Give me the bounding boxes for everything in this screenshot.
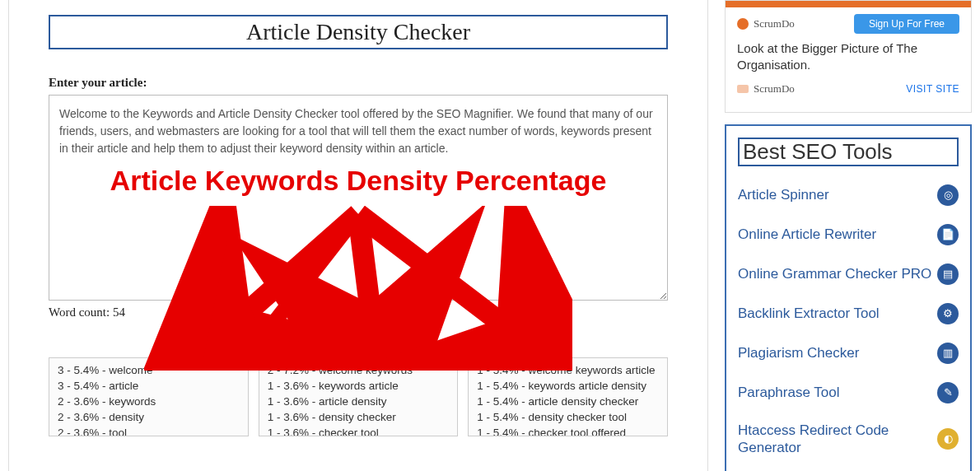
seo-tool-icon: ◎ (937, 184, 959, 206)
seo-tool-link[interactable]: Online Article Rewriter (738, 226, 876, 243)
results-row: 3 - 5.4% - welcome3 - 5.4% - article2 - … (49, 357, 668, 436)
result-line: 2 - 7.2% - welcome keywords (268, 363, 450, 379)
visit-site-link[interactable]: VISIT SITE (906, 83, 959, 95)
main-panel: Article Density Checker Enter your artic… (8, 0, 708, 471)
result-box-1[interactable]: 3 - 5.4% - welcome3 - 5.4% - article2 - … (49, 357, 249, 436)
seo-tool-item: Htaccess Redirect Code Generator◐ (738, 413, 959, 467)
result-line: 2 - 3.6% - tool (58, 426, 240, 436)
result-box-3[interactable]: 1 - 5.4% - welcome keywords article1 - 5… (468, 357, 668, 436)
result-line: 1 - 3.6% - keywords article (268, 379, 450, 394)
ad-accent-bar (726, 1, 971, 7)
result-box-2[interactable]: 2 - 7.2% - welcome keywords1 - 3.6% - ke… (259, 357, 459, 436)
scrumdo-logo-icon (737, 18, 749, 30)
ad-card: ScrumDo Sign Up For Free Look at the Big… (725, 0, 972, 113)
result-line: 1 - 3.6% - article density (268, 394, 450, 410)
seo-tool-item: Plagiarism Checker▥ (738, 334, 959, 374)
article-input[interactable] (49, 95, 668, 301)
result-line: 1 - 5.4% - density checker tool (477, 410, 659, 426)
seo-tool-icon: ▥ (937, 343, 959, 364)
result-line: 1 - 3.6% - checker tool (268, 426, 450, 436)
scrumdo-small-icon (737, 85, 749, 93)
seo-tool-link[interactable]: Htaccess Redirect Code Generator (738, 422, 937, 457)
seo-tool-item: Paraphrase Tool✎ (738, 374, 959, 413)
ad-brand-footer: ScrumDo (737, 82, 795, 96)
result-line: 1 - 5.4% - checker tool offered (477, 426, 659, 436)
seo-tool-item: Article Spinner◎ (738, 176, 959, 216)
ad-brand-footer-label: ScrumDo (754, 82, 795, 96)
seo-tool-icon: 📄 (937, 224, 959, 245)
seo-tool-icon: ▤ (937, 263, 959, 285)
signup-button[interactable]: Sign Up For Free (854, 14, 959, 34)
seo-tool-item: Backlink Extractor Tool⚙ (738, 295, 959, 334)
seo-tool-link[interactable]: Backlink Extractor Tool (738, 305, 880, 322)
ad-brand-label: ScrumDo (754, 17, 795, 30)
seo-tool-link[interactable]: Article Spinner (738, 186, 829, 203)
sidebar: ScrumDo Sign Up For Free Look at the Big… (725, 0, 972, 471)
seo-tool-link[interactable]: Paraphrase Tool (738, 384, 840, 401)
input-label: Enter your article: (49, 76, 668, 90)
result-line: 3 - 5.4% - welcome (58, 363, 240, 379)
ad-brand: ScrumDo (737, 17, 795, 30)
seo-tool-icon: ⚙ (937, 303, 959, 324)
page-title: Article Density Checker (49, 15, 668, 49)
seo-tools-heading: Best SEO Tools (738, 138, 959, 166)
result-line: 2 - 3.6% - density (58, 410, 240, 426)
result-line: 1 - 5.4% - welcome keywords article (477, 363, 659, 379)
result-line: 1 - 5.4% - article density checker (477, 394, 659, 410)
result-line: 1 - 5.4% - keywords article density (477, 379, 659, 394)
seo-tool-link[interactable]: Online Grammar Checker PRO (738, 265, 931, 282)
ad-text: Look at the Bigger Picture of The Organi… (737, 40, 959, 74)
result-line: 1 - 3.6% - density checker (268, 410, 450, 426)
seo-tools-panel: Best SEO Tools Article Spinner◎Online Ar… (725, 124, 972, 472)
seo-tool-item: Online Article Rewriter📄 (738, 216, 959, 255)
seo-tool-icon: ✎ (937, 382, 959, 403)
result-line: 2 - 3.6% - keywords (58, 394, 240, 410)
result-line: 3 - 5.4% - article (58, 379, 240, 394)
word-count: Word count: 54 (49, 305, 668, 319)
seo-tool-link[interactable]: Plagiarism Checker (738, 344, 859, 361)
seo-tool-icon: ◐ (937, 428, 959, 450)
seo-tool-item: Online Grammar Checker PRO▤ (738, 255, 959, 295)
